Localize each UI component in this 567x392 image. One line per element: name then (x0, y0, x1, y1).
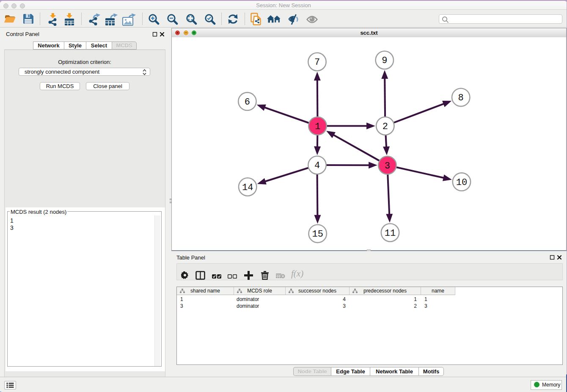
svg-text:15: 15 (312, 229, 323, 240)
svg-text:11: 11 (385, 228, 396, 239)
svg-text:4: 4 (314, 160, 320, 171)
svg-text:14: 14 (242, 182, 253, 193)
svg-text:3: 3 (385, 161, 390, 171)
svg-text:2: 2 (383, 121, 388, 132)
svg-text:1: 1 (315, 121, 320, 132)
svg-text:9: 9 (382, 55, 387, 66)
svg-text:6: 6 (245, 97, 250, 108)
svg-text:7: 7 (314, 57, 320, 68)
svg-text:8: 8 (458, 93, 464, 103)
svg-text:10: 10 (456, 177, 467, 188)
